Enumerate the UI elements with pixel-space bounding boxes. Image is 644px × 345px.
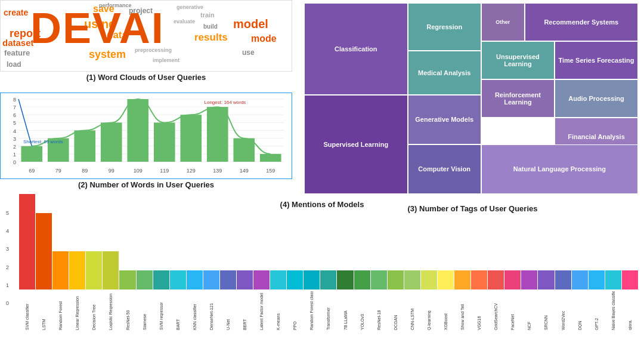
bar-x-label: DCGAN [394, 291, 398, 330]
bar [270, 270, 286, 289]
treemap-cell: Generative Models [408, 95, 481, 144]
bar-x-label: qlora. [628, 291, 632, 330]
word-cloud-word: feature [4, 48, 30, 57]
svg-text:0: 0 [13, 159, 16, 165]
chart4-bars: SVM classifierLSTMRandom ForestLinear Re… [6, 211, 638, 330]
treemap-section: ClassificationSupervised LearningRegress… [301, 0, 644, 200]
word-cloud-word: dataset [2, 38, 34, 48]
chart2-section: 01234567869798999109119129139149159Short… [0, 93, 292, 197]
bar-item: 7B LLaMA [337, 270, 353, 330]
treemap-cell: Reinforcement Learning [481, 79, 555, 118]
bar-item: XGBoost [438, 270, 454, 330]
bar-x-label: 7B LLaMA [343, 291, 348, 330]
chart2-svg: 01234567869798999109119129139149159Short… [1, 93, 292, 179]
bar-item: LSTM [36, 213, 52, 330]
bar [354, 270, 370, 289]
svg-rect-24 [180, 115, 202, 162]
chart2-title: (2) Number of Words in User Queries [78, 180, 214, 189]
bar [86, 251, 102, 289]
word-cloud-word: model [233, 17, 268, 31]
bar-item: DCGAN [388, 270, 404, 330]
svg-text:89: 89 [82, 168, 88, 174]
bar-item: K-means [270, 270, 286, 330]
bar [237, 270, 253, 289]
bar [137, 270, 153, 289]
bar-x-label: DQN [578, 291, 582, 330]
bar-x-label: GridSearchCV [494, 291, 498, 330]
treemap-cell: Time Series Forecasting [555, 41, 638, 79]
bar [589, 270, 605, 289]
bar-item: SVM regressor [153, 270, 169, 330]
svg-text:7: 7 [13, 104, 16, 110]
bar-item: Transformer [320, 270, 336, 330]
bar-x-label: Naive Bayes classifier [611, 291, 615, 330]
svg-text:8: 8 [13, 97, 16, 103]
svg-text:Shortest: 69 words: Shortest: 69 words [23, 139, 63, 144]
bar-x-label: YOLOv3 [360, 291, 364, 330]
svg-rect-23 [154, 122, 175, 162]
svg-rect-21 [101, 122, 122, 162]
bar [404, 270, 420, 289]
bar-x-label: Q-learning [427, 291, 431, 330]
word-cloud-word: load [7, 60, 21, 69]
bar [371, 270, 387, 289]
bar [605, 270, 621, 289]
treemap-cell: Medical Analysis [408, 51, 481, 95]
chart4-inner: 012345SVM classifierLSTMRandom ForestLin… [6, 211, 638, 345]
svg-text:Longest: 164 words: Longest: 164 words [205, 100, 246, 105]
bar-x-label: BART [176, 291, 180, 330]
bar-item: Random Forest classifier [304, 270, 320, 330]
bar-item: U-Net [220, 270, 236, 330]
bar-item: CNN-LSTM [404, 270, 420, 330]
bar [438, 270, 454, 289]
bar-item: Logistic Regression [103, 251, 119, 330]
word-cloud-word: results [194, 32, 228, 44]
bar-x-label: CNN-LSTM [410, 291, 414, 330]
bar-x-label: FaceNet [510, 291, 515, 330]
chart4-section: (4) Mentions of Models 012345SVM classif… [0, 200, 644, 345]
bar [170, 270, 186, 289]
treemap-cell: Computer Vision [408, 144, 481, 194]
bar-item: BERT [237, 270, 253, 330]
bar [287, 270, 303, 289]
word-cloud-title: (1) Word Clouds of User Queries [86, 73, 206, 82]
bar-item: Latent Factor model [253, 270, 270, 330]
bar-x-label: SVM classifier [25, 291, 29, 330]
bar-x-label: Word2Vec [561, 291, 565, 330]
bar-x-label: BERT [243, 291, 247, 330]
treemap: ClassificationSupervised LearningRegress… [304, 3, 638, 194]
svg-text:159: 159 [266, 168, 275, 174]
svg-rect-25 [207, 107, 228, 162]
bar-x-label: Linear Regression [75, 291, 79, 330]
bar-x-label: SRCNN [544, 291, 548, 330]
bar [253, 270, 270, 289]
treemap-cell: Natural Language Processing [481, 144, 638, 194]
bar-item: Linear Regression [69, 251, 85, 330]
bar-item: Show and Tell [454, 270, 470, 330]
svg-text:69: 69 [29, 168, 35, 174]
bar [187, 270, 203, 289]
bar-item: Siamese [137, 270, 153, 330]
word-cloud-word: evaluate [174, 19, 195, 24]
word-cloud-section: DEVAIsavecreateusingperformancereportdat… [0, 0, 292, 93]
bar-item: FaceNet [504, 270, 521, 330]
svg-text:2: 2 [13, 144, 16, 150]
bar [203, 270, 219, 289]
bar-x-label: Show and Tell [460, 291, 465, 330]
bar-item: GPT-2 [589, 270, 605, 330]
bar-x-label: Latent Factor model [259, 291, 264, 330]
bar-x-label: Random Forest classifier [309, 291, 314, 330]
bar [337, 270, 353, 289]
treemap-cell: Other [481, 3, 525, 41]
svg-text:5: 5 [13, 120, 16, 126]
bar [153, 270, 169, 289]
bar-item: Q-learning [421, 270, 437, 330]
bar-item: KNN classifier [187, 270, 203, 330]
word-cloud-word: create [4, 8, 28, 17]
bar-x-label: Random Forest [58, 291, 63, 330]
treemap-cell: Unsupervised Learning [481, 41, 555, 79]
bar-item: NCF [521, 270, 537, 330]
svg-rect-22 [127, 99, 148, 162]
treemap-cell: Audio Processing [555, 79, 638, 118]
bar-x-label: XGBoost [444, 291, 448, 330]
